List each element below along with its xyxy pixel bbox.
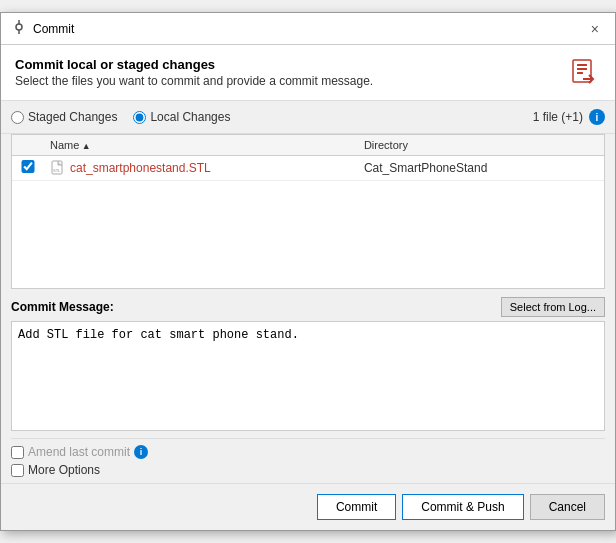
more-options-row: More Options bbox=[11, 463, 605, 477]
commit-message-section: Commit Message: Select from Log... Add S… bbox=[1, 289, 615, 438]
staged-changes-label: Staged Changes bbox=[28, 110, 117, 124]
commit-dialog: Commit × Commit local or staged changes … bbox=[0, 12, 616, 531]
file-name-text: cat_smartphonestand.STL bbox=[70, 161, 211, 175]
file-name-cell: STL cat_smartphonestand.STL bbox=[44, 156, 358, 181]
directory-col-header[interactable]: Directory bbox=[358, 135, 604, 156]
header-section: Commit local or staged changes Select th… bbox=[1, 45, 615, 101]
commit-message-input[interactable]: Add STL file for cat smart phone stand. bbox=[11, 321, 605, 431]
amend-checkbox[interactable] bbox=[11, 446, 24, 459]
select-from-log-button[interactable]: Select from Log... bbox=[501, 297, 605, 317]
commit-push-button[interactable]: Commit & Push bbox=[402, 494, 523, 520]
header-heading: Commit local or staged changes bbox=[15, 57, 373, 72]
file-checkbox[interactable] bbox=[18, 160, 38, 173]
more-options-label: More Options bbox=[28, 463, 100, 477]
row-checkbox-cell[interactable] bbox=[12, 156, 44, 181]
tabs-row: Staged Changes Local Changes 1 file (+1)… bbox=[1, 101, 615, 134]
staged-changes-radio[interactable] bbox=[11, 111, 24, 124]
local-changes-label: Local Changes bbox=[150, 110, 230, 124]
file-count-label: 1 file (+1) bbox=[533, 110, 583, 124]
more-options-checkbox[interactable] bbox=[11, 464, 24, 477]
title-bar: Commit × bbox=[1, 13, 615, 45]
options-section: Amend last commit i More Options bbox=[1, 439, 615, 483]
svg-rect-4 bbox=[577, 64, 587, 66]
svg-text:STL: STL bbox=[53, 168, 61, 173]
file-table: Name Directory STL bbox=[12, 135, 604, 181]
svg-point-0 bbox=[16, 24, 22, 30]
commit-button[interactable]: Commit bbox=[317, 494, 396, 520]
header-subtext: Select the files you want to commit and … bbox=[15, 74, 373, 88]
commit-files-icon bbox=[569, 57, 601, 92]
local-changes-tab[interactable]: Local Changes bbox=[133, 110, 230, 124]
amend-label: Amend last commit bbox=[28, 445, 130, 459]
svg-rect-6 bbox=[577, 72, 583, 74]
amend-info-icon[interactable]: i bbox=[134, 445, 148, 459]
stl-file-icon: STL bbox=[50, 160, 66, 176]
commit-message-label: Commit Message: bbox=[11, 300, 114, 314]
local-changes-radio[interactable] bbox=[133, 111, 146, 124]
cancel-button[interactable]: Cancel bbox=[530, 494, 605, 520]
dialog-title: Commit bbox=[33, 22, 74, 36]
svg-rect-5 bbox=[577, 68, 587, 70]
file-count-info-icon[interactable]: i bbox=[589, 109, 605, 125]
footer-buttons: Commit Commit & Push Cancel bbox=[1, 483, 615, 530]
table-row[interactable]: STL cat_smartphonestand.STL Cat_SmartPho… bbox=[12, 156, 604, 181]
staged-changes-tab[interactable]: Staged Changes bbox=[11, 110, 117, 124]
name-col-header[interactable]: Name bbox=[44, 135, 358, 156]
checkbox-col-header bbox=[12, 135, 44, 156]
commit-title-icon bbox=[11, 19, 27, 38]
amend-row: Amend last commit i bbox=[11, 445, 605, 459]
file-directory-cell: Cat_SmartPhoneStand bbox=[358, 156, 604, 181]
close-button[interactable]: × bbox=[585, 20, 605, 38]
file-table-container: Name Directory STL bbox=[11, 134, 605, 289]
